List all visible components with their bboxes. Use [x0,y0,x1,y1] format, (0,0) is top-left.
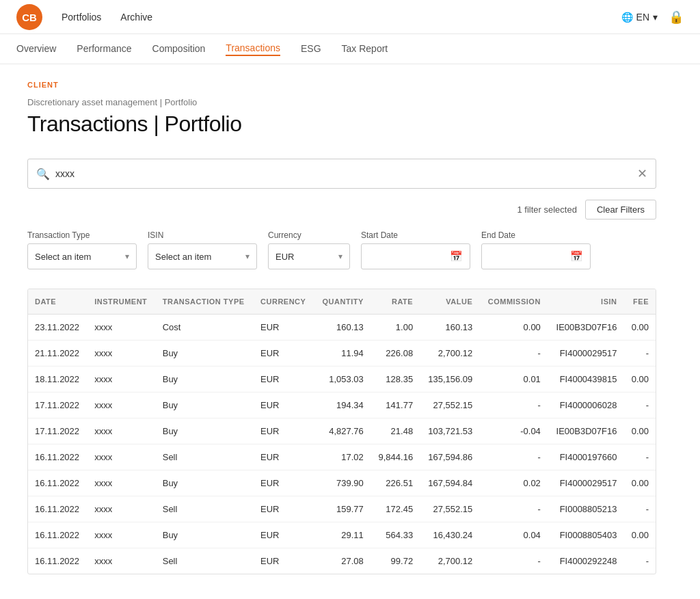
cell-value: 2,700.12 [420,341,479,367]
cell-quantity: 194.34 [314,392,371,418]
cell-instrument: xxxx [88,470,156,496]
cell-value: 135,156.09 [420,367,479,392]
col-transaction-type: TRANSACTION TYPE [156,289,254,315]
clear-filters-button[interactable]: Clear Filters [585,200,656,219]
cell-transaction-type: Cost [156,315,254,341]
cell-currency: EUR [254,418,314,444]
app-logo[interactable]: CB [16,4,42,30]
clear-search-icon[interactable]: ✕ [637,166,647,181]
cell-date: 17.11.2022 [28,392,88,418]
cell-rate: 141.77 [371,392,420,418]
col-commission: COMMISSION [479,289,548,315]
filter-bar: 1 filter selected Clear Filters [27,200,656,219]
end-date-calendar-icon[interactable]: 📅 [570,250,583,263]
nav-portfolios[interactable]: Portfolios [62,12,101,23]
nav-archive[interactable]: Archive [120,12,152,23]
table-row: 16.11.2022xxxxSellEUR17.029,844.16167,59… [28,444,656,470]
top-navigation: CB Portfolios Archive 🌐 EN ▾ 🔒 [0,0,700,34]
cell-quantity: 1,053.03 [314,367,371,392]
cell-isin: FI4000029517 [548,470,624,496]
start-date-label: Start Date [361,230,470,240]
cell-quantity: 739.90 [314,470,371,496]
lang-label: EN [636,12,649,23]
cell-value: 27,552.15 [420,496,479,522]
cell-date: 16.11.2022 [28,496,88,522]
cell-instrument: xxxx [88,341,156,367]
table-body: 23.11.2022xxxxCostEUR160.131.00160.130.0… [28,315,656,574]
cell-fee: - [623,548,656,574]
cell-transaction-type: Sell [156,496,254,522]
svg-text:CB: CB [22,12,37,23]
cell-currency: EUR [254,548,314,574]
currency-label: Currency [268,230,350,240]
cell-commission: 0.02 [479,470,548,496]
cell-transaction-type: Buy [156,392,254,418]
cell-rate: 226.08 [371,341,420,367]
cell-currency: EUR [254,315,314,341]
transaction-type-select[interactable]: Select an item ▾ [27,243,137,269]
cell-value: 167,594.84 [420,470,479,496]
search-input[interactable] [55,168,637,179]
cell-commission: - [479,392,548,418]
cell-fee: 0.00 [623,418,656,444]
tab-overview[interactable]: Overview [16,43,56,55]
currency-filter: Currency EUR ▾ [268,230,350,269]
table-row: 23.11.2022xxxxCostEUR160.131.00160.130.0… [28,315,656,341]
cell-instrument: xxxx [88,367,156,392]
cell-transaction-type: Buy [156,522,254,548]
main-content: CLIENT Discretionary asset management | … [0,64,700,591]
cell-instrument: xxxx [88,315,156,341]
cell-commission: 0.01 [479,367,548,392]
cell-commission: - [479,341,548,367]
cell-currency: EUR [254,392,314,418]
col-date: DATE [28,289,88,315]
table-row: 16.11.2022xxxxBuyEUR739.90226.51167,594.… [28,470,656,496]
tab-performance[interactable]: Performance [77,43,131,55]
start-date-input[interactable]: 📅 [361,243,470,269]
search-icon: 🔍 [36,168,50,181]
col-fee: FEE [623,289,656,315]
cell-date: 16.11.2022 [28,444,88,470]
cell-fee: 0.00 [623,522,656,548]
cell-transaction-type: Buy [156,367,254,392]
cell-rate: 9,844.16 [371,444,420,470]
cell-isin: FI4000197660 [548,444,624,470]
cell-instrument: xxxx [88,548,156,574]
tab-composition[interactable]: Composition [152,43,206,55]
col-rate: RATE [371,289,420,315]
cell-isin: FI0008805403 [548,522,624,548]
cell-currency: EUR [254,341,314,367]
cell-date: 17.11.2022 [28,418,88,444]
table-row: 21.11.2022xxxxBuyEUR11.94226.082,700.12-… [28,341,656,367]
col-isin: ISIN [548,289,624,315]
cell-isin: IE00B3D07F16 [548,418,624,444]
col-value: VALUE [420,289,479,315]
cell-value: 160.13 [420,315,479,341]
cell-fee: - [623,341,656,367]
end-date-input[interactable]: 📅 [481,243,591,269]
second-navigation: Overview Performance Composition Transac… [0,34,700,64]
cell-instrument: xxxx [88,418,156,444]
search-bar: 🔍 ✕ [27,159,656,189]
lock-icon[interactable]: 🔒 [669,10,684,25]
start-date-calendar-icon[interactable]: 📅 [450,250,463,263]
cell-date: 16.11.2022 [28,470,88,496]
isin-label: ISIN [148,230,257,240]
cell-rate: 226.51 [371,470,420,496]
tab-tax-report[interactable]: Tax Report [342,43,388,55]
language-selector[interactable]: 🌐 EN ▾ [621,12,658,23]
cell-quantity: 29.11 [314,522,371,548]
cell-value: 2,700.12 [420,548,479,574]
cell-value: 27,552.15 [420,392,479,418]
tab-esg[interactable]: ESG [301,43,321,55]
cell-currency: EUR [254,444,314,470]
currency-select[interactable]: EUR ▾ [268,243,350,269]
isin-select[interactable]: Select an item ▾ [148,243,257,269]
cell-currency: EUR [254,470,314,496]
cell-value: 167,594.86 [420,444,479,470]
cell-transaction-type: Buy [156,418,254,444]
tab-transactions[interactable]: Transactions [226,42,280,56]
transaction-type-filter: Transaction Type Select an item ▾ [27,230,137,269]
cell-date: 23.11.2022 [28,315,88,341]
cell-currency: EUR [254,496,314,522]
